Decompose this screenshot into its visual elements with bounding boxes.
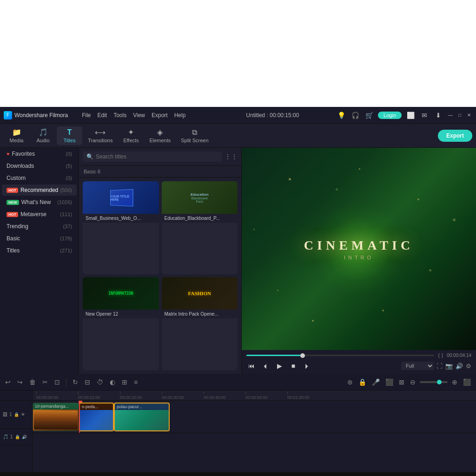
menu-tools[interactable]: Tools xyxy=(113,112,126,119)
title-card-small-business[interactable]: YOUR TITLE HERE Small_Business_Web_O... xyxy=(83,181,159,274)
rotate-icon[interactable]: ↻ xyxy=(71,377,79,387)
ruler-spacer xyxy=(0,390,32,401)
menu-help[interactable]: Help xyxy=(174,112,186,119)
close-button[interactable]: ✕ xyxy=(466,112,472,119)
menu-edit[interactable]: Edit xyxy=(98,112,107,119)
grid-toggle-icon[interactable]: ⋮⋮ xyxy=(225,153,238,160)
skip-back-button[interactable]: ⏮ xyxy=(246,361,257,371)
app-logo: F Wondershare Filmora xyxy=(4,111,77,119)
menu-view[interactable]: View xyxy=(133,112,145,119)
settings-icon[interactable]: ⬜ xyxy=(405,110,416,120)
cut-icon[interactable]: ✂ xyxy=(41,377,49,387)
video-clip-3[interactable]: pulau-pacur... xyxy=(114,403,170,431)
sidebar-item-trending[interactable]: Trending (37) xyxy=(2,221,77,232)
new-badge: NEW xyxy=(7,200,19,205)
sidebar-item-metaverse[interactable]: HOT Metaverse (111) xyxy=(2,209,77,220)
snapshot-icon[interactable]: 📷 xyxy=(445,363,453,370)
menu-file[interactable]: File xyxy=(82,112,91,119)
sidebar-item-titles[interactable]: Titles (271) xyxy=(2,245,77,256)
lock-icon[interactable]: 🔒 xyxy=(357,377,368,387)
bracket-start: { xyxy=(438,353,439,358)
sidebar-item-custom[interactable]: Custom (0) xyxy=(2,172,77,184)
progress-thumb xyxy=(300,353,305,358)
headphone-icon[interactable]: 🎧 xyxy=(350,110,360,120)
tool-titles[interactable]: T Titles xyxy=(57,126,82,145)
marker-icon[interactable]: ⊠ xyxy=(397,377,406,387)
tool-effects[interactable]: ✦ Effects xyxy=(118,126,144,145)
speed-icon[interactable]: ⏱ xyxy=(95,377,105,387)
progress-bar[interactable] xyxy=(246,355,434,356)
title-card-new-opener[interactable]: INFORMATION New Opener 12 xyxy=(83,277,159,370)
custom-count: (0) xyxy=(66,175,72,181)
metaverse-count: (111) xyxy=(60,212,72,217)
lightbulb-icon[interactable]: 💡 xyxy=(336,110,346,120)
video-clip-2[interactable]: n-peda... xyxy=(79,403,114,431)
card-label-new-opener: New Opener 12 xyxy=(83,310,159,318)
record-icon[interactable]: ⬛ xyxy=(384,377,395,387)
maximize-button[interactable]: □ xyxy=(456,112,463,119)
fullscreen-icon[interactable]: ⛶ xyxy=(436,363,443,370)
delete-icon[interactable]: 🗑 xyxy=(28,377,37,387)
fit-icon[interactable]: ⬛ xyxy=(462,377,472,387)
quality-select[interactable]: Full Half Quarter xyxy=(401,362,434,370)
track-number-a1: 1 xyxy=(10,434,13,439)
settings2-icon[interactable]: ⚙ xyxy=(466,363,471,370)
audio-lock-icon[interactable]: 🔒 xyxy=(15,435,20,439)
sidebar-item-basic[interactable]: Basic (178) xyxy=(2,233,77,244)
step-back-button[interactable]: ⏴ xyxy=(260,361,271,371)
crop-icon[interactable]: ⊡ xyxy=(53,377,61,387)
sidebar-item-whats-new[interactable]: NEW What's New (1026) xyxy=(2,197,77,208)
title-card-matrix[interactable]: FASHION Matrix Intro Pack Opene... xyxy=(162,277,238,370)
stop-button[interactable]: ■ xyxy=(288,361,298,371)
search-input[interactable] xyxy=(96,153,218,160)
cart-icon[interactable]: 🛒 xyxy=(364,110,374,120)
menu-export[interactable]: Export xyxy=(152,112,168,119)
titles-icon: T xyxy=(67,128,72,137)
login-button[interactable]: Login xyxy=(378,112,402,119)
playhead[interactable] xyxy=(79,401,80,433)
zoom-slider[interactable] xyxy=(420,381,448,383)
zoom-out-icon[interactable]: ⊖ xyxy=(409,377,417,387)
tool-audio[interactable]: 🎵 Audio xyxy=(30,126,56,145)
download-icon[interactable]: ⬇ xyxy=(433,110,443,120)
tool-split-screen[interactable]: ⧉ Split Screen xyxy=(176,126,213,145)
minimize-button[interactable]: — xyxy=(447,112,454,119)
timeline-toolbar: ↩ ↪ 🗑 ✂ ⊡ ↻ ⊟ ⏱ ◐ ⊞ ≡ ⊛ 🔒 🎤 ⬛ ⊠ ⊖ ⊕ xyxy=(0,374,476,390)
volume-icon[interactable]: 🔊 xyxy=(456,363,463,370)
preview-subtitle-text: INTRO xyxy=(304,255,414,260)
video-clip-1[interactable]: 10-pemandanga... xyxy=(33,403,79,431)
mail-icon[interactable]: ✉ xyxy=(419,110,430,120)
undo-icon[interactable]: ↩ xyxy=(4,377,12,387)
color-icon[interactable]: ◐ xyxy=(108,377,117,387)
audio-tools-icon[interactable]: ≡ xyxy=(132,377,139,387)
redo-icon[interactable]: ↪ xyxy=(16,377,24,387)
clip2-label: n-peda... xyxy=(80,403,113,410)
speaker-icon[interactable]: 🔊 xyxy=(22,435,27,439)
mic-icon[interactable]: 🎤 xyxy=(370,377,381,387)
title-card-education[interactable]: Education Blackboard Pack Education_Blac… xyxy=(162,181,238,274)
eye-track-icon[interactable]: 👁 xyxy=(21,412,25,417)
sidebar-item-favorites[interactable]: ♥ Favorites (0) xyxy=(2,148,77,159)
export-button[interactable]: Export xyxy=(438,130,472,142)
titles-grid: YOUR TITLE HERE Small_Business_Web_O... … xyxy=(79,178,241,374)
sidebar-item-downloads[interactable]: Downloads (5) xyxy=(2,160,77,172)
horizontal-scrollbar[interactable] xyxy=(0,472,476,476)
play-button[interactable]: ▶ xyxy=(274,361,284,371)
elements-label: Elements xyxy=(149,138,171,143)
preview-panel: CINEMATIC INTRO { } 00:00:04:14 xyxy=(242,148,476,374)
timeline-right-controls: ⊛ 🔒 🎤 ⬛ ⊠ ⊖ ⊕ ⬛ xyxy=(346,377,472,387)
timeline-tracks[interactable]: 00:00:00:00 00:00:10:00 00:00:20:00 00:0… xyxy=(33,390,476,472)
video-track-label: 🖼 1 🔒 👁 xyxy=(0,401,32,429)
stabilize-icon[interactable]: ⊞ xyxy=(120,377,129,387)
effects-icon: ✦ xyxy=(128,128,134,137)
flip-icon[interactable]: ⊟ xyxy=(83,377,92,387)
magnet-icon[interactable]: ⊛ xyxy=(346,377,354,387)
sidebar-item-recommended[interactable]: HOT Recommended (500) xyxy=(2,185,77,196)
lock-track-icon[interactable]: 🔒 xyxy=(14,412,19,417)
step-forward-button[interactable]: ⏵ xyxy=(302,361,312,371)
tool-media[interactable]: 📁 Media xyxy=(4,126,29,145)
tool-elements[interactable]: ◈ Elements xyxy=(145,126,175,145)
zoom-in-icon[interactable]: ⊕ xyxy=(450,377,459,387)
particle xyxy=(253,229,255,230)
tool-transitions[interactable]: ⟷ Transitions xyxy=(83,126,117,145)
